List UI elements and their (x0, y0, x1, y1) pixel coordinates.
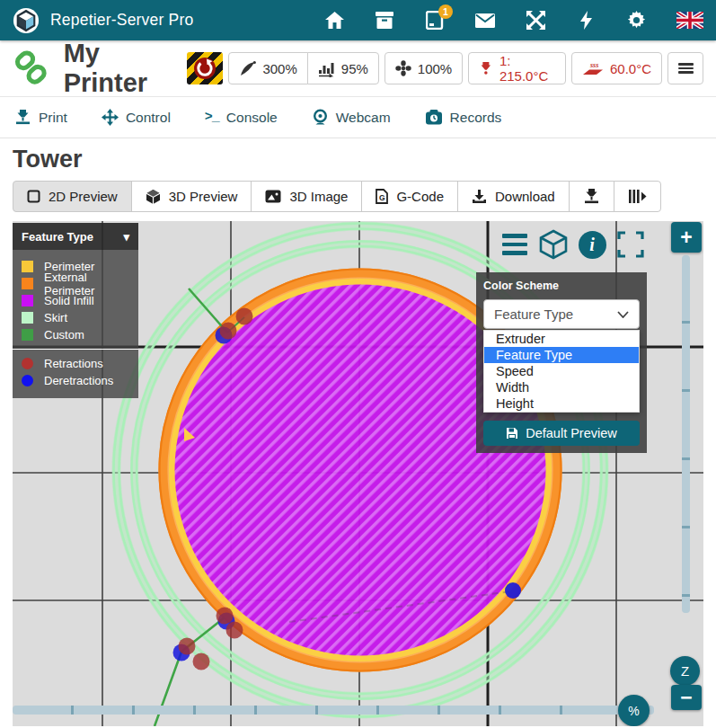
extruder-nozzle-icon (479, 60, 493, 76)
color-scheme-select[interactable]: Feature Type (483, 299, 640, 329)
printer-nozzle-icon (583, 189, 600, 204)
printer-list-icon[interactable]: 1 (425, 11, 445, 31)
extruder-temp-button[interactable]: 1: 215.0°C (468, 52, 566, 84)
power-icon[interactable] (576, 11, 596, 31)
view-download-button[interactable]: Download (457, 181, 570, 212)
view-download-label: Download (495, 189, 555, 204)
view-2d-preview-button[interactable]: 2D Preview (13, 181, 132, 212)
job-title: Tower (13, 146, 703, 173)
tab-print-label: Print (39, 110, 67, 126)
fan-value: 100% (418, 61, 452, 76)
printer-header: My Printer 300% (0, 40, 716, 97)
view-switcher: 2D Preview 3D Preview 3D Image G G-Code (13, 181, 703, 212)
flow-multiplier-button[interactable]: 95% (307, 52, 379, 84)
color-scheme-selected-value: Feature Type (494, 306, 573, 322)
color-scheme-options-list: Extruder Feature Type Speed Width Height (483, 330, 640, 413)
print-icon (14, 110, 31, 125)
legend-panel: Feature Type ▾ Perimeter External Perime… (13, 223, 138, 398)
legend-item-skirt: Skirt (13, 309, 138, 326)
perimeter-swatch (22, 261, 33, 272)
home-icon[interactable] (324, 11, 344, 31)
legend-header-dropdown[interactable]: Feature Type ▾ (13, 223, 138, 250)
option-width[interactable]: Width (484, 379, 639, 395)
svg-text:G: G (379, 193, 385, 202)
deretraction-swatch (22, 375, 33, 386)
mail-icon[interactable] (475, 11, 495, 31)
gcode-file-icon: G (376, 189, 388, 204)
square-2d-icon (27, 190, 40, 203)
z-axis-button[interactable]: Z (670, 656, 700, 686)
default-preview-button[interactable]: Default Preview (483, 421, 640, 446)
settings-gear-icon[interactable] (626, 11, 646, 31)
view-3d-image-label: 3D Image (289, 189, 348, 204)
notification-badge: 1 (438, 4, 453, 19)
tab-print[interactable]: Print (14, 110, 67, 126)
printer-tabs: Print Control >_ Console Webcam Records (0, 97, 716, 138)
option-height[interactable]: Height (484, 395, 639, 412)
gcode-2d-preview-canvas[interactable]: Feature Type ▾ Perimeter External Perime… (13, 221, 703, 726)
zoom-in-button[interactable]: + (671, 222, 702, 253)
vertical-scrollbar[interactable] (682, 255, 690, 613)
option-feature-type[interactable]: Feature Type (484, 347, 639, 363)
view-3d-label: 3D Preview (169, 189, 238, 204)
printer-menu-button[interactable] (667, 52, 703, 84)
horizontal-scrollbar[interactable] (13, 706, 654, 715)
extruder-temp-value: 1: 215.0°C (499, 53, 555, 84)
flow-value: 95% (341, 61, 368, 76)
archive-icon[interactable] (375, 11, 394, 31)
repetier-logo-icon[interactable] (13, 7, 40, 34)
legend-item-external-perimeter: External Perimeter (13, 275, 138, 292)
legend-title: Feature Type (22, 230, 93, 244)
emergency-stop-button[interactable] (187, 52, 224, 84)
view-3d-image-button[interactable]: 3D Image (251, 181, 362, 212)
legend-item-retractions: Retractions (13, 355, 138, 372)
speed-multiplier-button[interactable]: 300% (228, 52, 307, 84)
view-gcode-label: G-Code (396, 189, 444, 204)
legend-item-custom: Custom (13, 326, 138, 343)
download-icon (472, 189, 487, 204)
canvas-toolbar: i (499, 229, 646, 260)
info-icon[interactable]: i (577, 229, 607, 260)
top-navbar: Repetier-Server Pro 1 (0, 0, 716, 40)
zoom-out-button[interactable]: − (671, 685, 702, 710)
print-job-button[interactable] (569, 181, 614, 212)
view-cube-icon[interactable] (538, 229, 569, 260)
tab-control[interactable]: Control (102, 109, 171, 126)
speed-value: 300% (262, 61, 296, 76)
console-icon: >_ (205, 110, 219, 125)
fan-speed-button[interactable]: 100% (385, 52, 463, 84)
default-preview-label: Default Preview (526, 426, 617, 440)
color-scheme-label: Color Scheme (483, 280, 640, 292)
bed-temp-button[interactable]: sss 60.0°C (571, 52, 662, 84)
fullscreen-icon[interactable] (615, 229, 646, 260)
menu-icon (678, 61, 694, 75)
move-control-icon (102, 109, 119, 126)
layer-filter-button[interactable] (614, 181, 661, 212)
fan-icon (395, 60, 411, 76)
tab-console-label: Console (226, 110, 278, 126)
skirt-swatch (22, 312, 33, 324)
tab-webcam[interactable]: Webcam (312, 109, 391, 126)
language-flag-icon[interactable] (676, 11, 703, 31)
tab-records[interactable]: Records (425, 110, 502, 126)
option-extruder[interactable]: Extruder (484, 331, 639, 347)
expand-icon[interactable] (526, 11, 545, 31)
layer-filter-icon (628, 189, 647, 204)
printer-connected-chain-icon[interactable] (13, 49, 49, 87)
chevron-down-icon (617, 311, 629, 318)
legend-item-deretractions: Deretractions (13, 372, 138, 389)
solid-infill-swatch (22, 295, 33, 306)
svg-text:sss: sss (589, 61, 598, 69)
save-floppy-icon (506, 427, 518, 439)
retraction-swatch (22, 358, 33, 369)
tab-control-label: Control (126, 110, 171, 126)
image-icon (265, 190, 281, 203)
tab-records-label: Records (450, 110, 502, 126)
canvas-menu-icon[interactable] (499, 229, 530, 260)
view-3d-preview-button[interactable]: 3D Preview (131, 181, 252, 212)
tab-console[interactable]: >_ Console (205, 110, 278, 126)
percent-button[interactable]: % (618, 695, 650, 726)
option-speed[interactable]: Speed (484, 363, 639, 379)
bed-temp-value: 60.0°C (610, 61, 651, 76)
view-gcode-button[interactable]: G G-Code (361, 181, 458, 212)
